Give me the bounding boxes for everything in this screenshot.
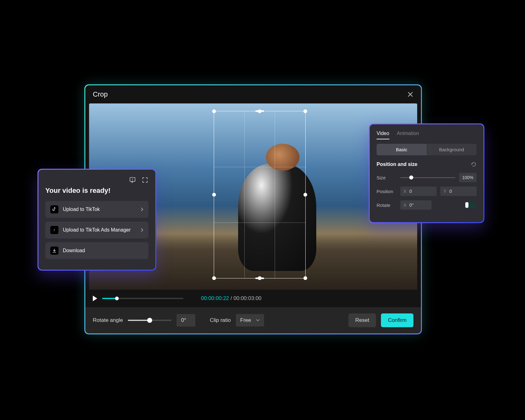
clip-ratio-dropdown[interactable]: Free (236, 314, 264, 327)
size-slider[interactable] (400, 177, 455, 178)
rotate-angle-slider[interactable] (128, 320, 172, 321)
close-icon[interactable] (407, 91, 413, 98)
crop-controls-bar: Rotate angle 0° Clip ratio Free Reset Co… (85, 307, 421, 333)
chevron-right-icon (141, 228, 143, 232)
upload-tiktok-button[interactable]: Upload to TikTok (45, 201, 148, 218)
properties-panel: Video Animation Basic Background Positio… (369, 123, 484, 223)
crop-handle-rm[interactable] (303, 193, 307, 197)
position-x-input[interactable]: X 0 (400, 187, 437, 196)
reset-button[interactable]: Reset (348, 313, 376, 327)
size-slider-knob[interactable] (409, 176, 413, 180)
tiktok-icon (50, 205, 58, 213)
crop-handle-lm[interactable] (212, 193, 216, 197)
chevron-down-icon (256, 319, 260, 322)
upload-tiktok-label: Upload to TikTok (63, 207, 136, 212)
rotate-angle-knob[interactable] (147, 318, 152, 323)
position-x-value: 0 (409, 189, 412, 194)
crop-header: Crop (85, 85, 421, 103)
position-y-value: 0 (449, 189, 452, 194)
timecode: 00:00:00:22 / 00:00:03:00 (201, 295, 262, 302)
crop-handle-tm[interactable] (258, 109, 262, 113)
timeline-slider[interactable] (102, 298, 183, 299)
video-ready-panel: Your video is ready! Upload to TikTok ƒ … (38, 169, 156, 271)
rotate-link-toggle[interactable] (465, 202, 477, 208)
confirm-button[interactable]: Confirm (381, 313, 413, 327)
reset-section-icon[interactable] (471, 162, 477, 167)
crop-handle-tr[interactable] (303, 109, 307, 113)
tiktok-ads-icon: ƒ (50, 226, 58, 234)
expand-icon[interactable] (142, 177, 148, 183)
download-label: Download (63, 248, 143, 253)
crop-handle-tl[interactable] (212, 109, 216, 113)
rotate-x-input[interactable]: X 0° (400, 200, 432, 210)
size-label: Size (377, 175, 397, 180)
upload-ads-manager-label: Upload to TikTok Ads Manager (63, 227, 136, 233)
upload-ads-manager-button[interactable]: ƒ Upload to TikTok Ads Manager (45, 222, 148, 238)
rotate-x-value: 0° (409, 202, 413, 208)
chevron-right-icon (141, 207, 143, 212)
ready-title: Your video is ready! (45, 187, 148, 195)
download-icon (50, 247, 58, 255)
segment-basic[interactable]: Basic (377, 144, 427, 155)
clip-ratio-value: Free (240, 317, 251, 323)
position-label: Position (377, 189, 397, 194)
timecode-current: 00:00:00:22 (201, 295, 229, 301)
position-size-title: Position and size (377, 162, 418, 167)
position-y-input[interactable]: Y 0 (440, 187, 477, 196)
rotate-angle-input[interactable]: 0° (177, 314, 195, 327)
size-row: Size 100% (377, 173, 477, 182)
rotate-label: Rotate (377, 202, 397, 208)
properties-segment: Basic Background (377, 144, 477, 155)
tab-animation[interactable]: Animation (397, 131, 419, 139)
position-row: Position X 0 Y 0 (377, 187, 477, 196)
timeline-knob[interactable] (115, 297, 119, 300)
rotate-row: Rotate X 0° (377, 200, 477, 210)
timecode-total: 00:00:03:00 (233, 295, 262, 301)
svg-point-2 (132, 180, 133, 181)
tab-video[interactable]: Video (377, 131, 389, 139)
segment-background[interactable]: Background (427, 144, 477, 155)
size-value-input[interactable]: 100% (459, 173, 477, 182)
playback-bar: 00:00:00:22 / 00:00:03:00 (85, 290, 421, 307)
position-size-header: Position and size (377, 162, 477, 167)
comment-icon[interactable] (129, 177, 136, 183)
play-icon[interactable] (93, 296, 97, 301)
crop-title: Crop (93, 90, 108, 98)
rotate-angle-label: Rotate angle (93, 317, 123, 323)
download-button[interactable]: Download (45, 242, 148, 259)
crop-selection[interactable] (214, 111, 306, 278)
properties-tabs: Video Animation (377, 131, 477, 139)
clip-ratio-label: Clip ratio (210, 317, 231, 323)
